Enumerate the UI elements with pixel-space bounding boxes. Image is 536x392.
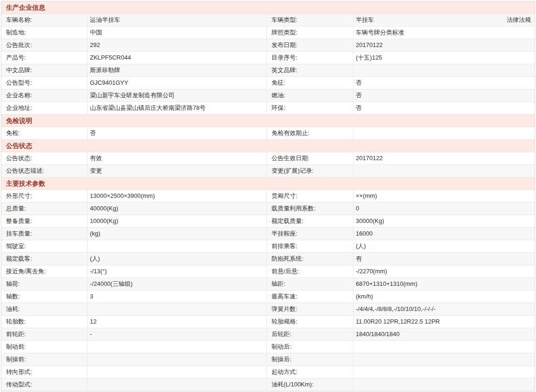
field-value: (人) [353,240,535,252]
field-label-text: 燃油: [271,92,285,99]
field-value-text: 山东省梁山县梁山镇后庄大桥南梁济路78号 [90,104,205,111]
table-row: 轴数:3最高车速:(km/h) [1,291,535,303]
field-value-text: 中国 [90,29,102,36]
field-label-text: 目录序号: [271,54,298,61]
field-value-text: 1840/1840/1840 [356,331,400,338]
field-value-text: 12 [90,318,96,325]
field-value-text: 有 [356,255,362,262]
field-label-text: 后轮距: [271,331,292,338]
field-label: 产品号: [1,52,88,64]
field-label-text: 总质量: [6,205,26,212]
field-label-text: 防抱死系统: [271,255,304,262]
field-value [353,64,535,76]
field-value-text: (km/h) [356,293,373,300]
field-value [88,378,267,391]
field-label-text: 弹簧片数: [271,305,298,312]
field-label-text: 公告批次: [6,41,32,48]
field-label: 传动型式: [1,378,88,391]
field-label: 额定载客: [1,253,88,265]
field-label: 载质量利用系数: [267,203,353,215]
field-value-text: 半挂车 [356,16,374,23]
field-value [353,341,535,353]
field-value: 有 [353,253,535,265]
field-value: 否 [353,77,535,89]
field-label: 轮胎规格: [267,316,353,328]
field-label: 轮胎数: [1,316,88,328]
laws-regulations-link[interactable]: 法律法规 [507,14,531,26]
table-row: 额定载客:(人)防抱死系统:有 [1,253,535,265]
field-label: 驾驶室: [1,240,88,252]
field-label: 公告批次: [1,39,88,51]
field-value: 16000 [353,228,535,240]
field-value: 否 [88,127,267,139]
table-row: 公告状态:有效公告生效日期:20170122 [1,152,535,165]
field-label: 英文品牌: [267,64,353,76]
field-label-text: 货厢尺寸: [271,192,298,199]
field-label-text: 额定载质量: [271,217,304,224]
field-value: (km/h) [353,291,535,303]
field-label-text: 企业名称: [6,92,32,99]
field-label: 半挂鞍座: [267,228,353,240]
field-value-text: 否 [90,129,96,136]
field-value-text: 292 [90,41,100,48]
field-value: 20170122 [353,39,535,51]
table-row: 挂车质量:(kg)半挂鞍座:16000 [1,228,535,240]
table-row: 产品号:ZKLPF5CR044目录序号:(十五)125 [1,52,535,64]
section-header: 免检说明 [1,115,535,127]
field-value-text: 否 [356,79,362,86]
table-row: 公告状态描述:变更变更(扩展)记录: [1,165,535,177]
field-label-text: 整备质量: [6,217,32,224]
field-label-text: 半挂鞍座: [271,230,298,237]
field-value-text: 20170122 [356,41,383,48]
field-value: 中国 [88,27,267,39]
field-label: 货厢尺寸: [267,190,353,202]
field-value-text: 有效 [90,155,102,162]
field-label-text: 发布日期: [271,41,298,48]
field-value-text: (kg) [90,230,100,237]
table-row: 免检:否免检有效期止: [1,127,535,140]
field-label: 轴距: [267,278,353,290]
table-row: 中文品牌:斯派菲勒牌英文品牌: [1,64,535,77]
field-label: 车辆类型: [267,14,353,26]
field-value [353,378,535,391]
table-row: 驾驶室:前排乘客:(人) [1,240,535,253]
field-value-text: 变更 [90,167,102,174]
field-value: 斯派菲勒牌 [88,64,267,76]
field-value: (kg) [88,228,267,240]
field-value-text: GJC9401GYY [90,79,128,86]
field-label-text: 前轮距: [6,331,26,338]
field-value: 20170122 [353,152,535,164]
field-label-text: 挂车质量: [6,230,32,237]
field-label: 前轮距: [1,328,88,340]
field-label: 挂车质量: [1,228,88,240]
field-label: 外形尺寸: [1,190,88,202]
field-label: 轴数: [1,291,88,303]
field-label: 制造地: [1,27,88,39]
field-value-text: ZKLPF5CR044 [90,54,131,61]
field-label-text: 制操后: [271,356,292,363]
table-row: 企业地址:山东省梁山县梁山镇后庄大桥南梁济路78号环保:否 [1,102,535,115]
field-label: 公告状态: [1,152,88,164]
field-value: - [88,328,267,340]
field-label: 制操前: [1,353,88,365]
field-value [88,303,267,315]
field-value: -/2270(mm) [353,265,535,277]
table-row: 公告型号:GJC9401GYY免征:否 [1,77,535,89]
field-value-text: 3 [90,293,93,300]
field-label-text: 公告型号: [6,79,32,86]
field-value: 1840/1840/1840 [353,328,535,340]
field-label-text: 变更(扩展)记录: [271,167,313,174]
field-label: 弹簧片数: [267,303,353,315]
section-header: 主要技术参数 [1,177,535,190]
field-value: ZKLPF5CR044 [88,52,267,64]
field-value-text: -/2270(mm) [356,268,387,275]
field-value-text: 梁山新宇车业研发制造有限公司 [90,92,175,99]
vehicle-info-table: 生产企业信息车辆名称:运油半挂车车辆类型:法律法规半挂车制造地:中国牌照类型:车… [1,1,535,392]
field-value-text: 运油半挂车 [90,16,120,23]
field-value: 0 [353,203,535,215]
field-value [88,240,267,252]
field-value-text: ××(mm) [356,192,377,199]
field-value: 292 [88,39,267,51]
field-value-text: (人) [90,255,100,262]
field-value-text: 20170122 [356,155,383,162]
